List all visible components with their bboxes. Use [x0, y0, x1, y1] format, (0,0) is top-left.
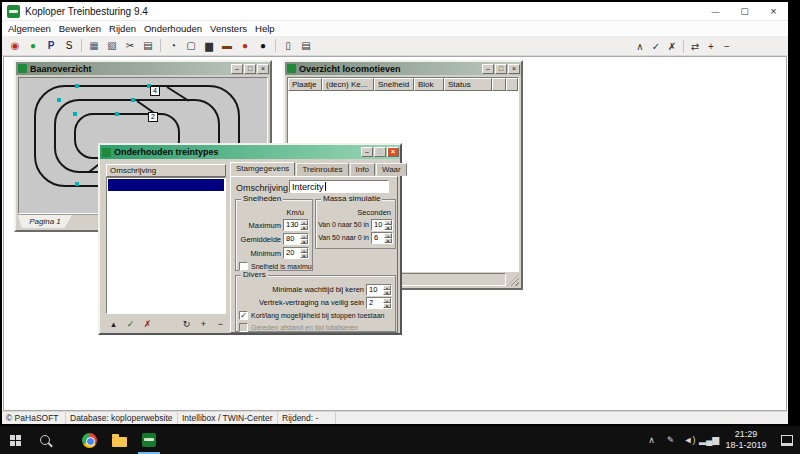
explorer-taskbar-button[interactable] [104, 426, 134, 454]
vertraging-spinner[interactable]: 2 ▴ ▾ [366, 297, 392, 309]
gemiddelde-spinner[interactable]: 80 ▴ ▾ [283, 233, 309, 245]
menu-item-rijden[interactable]: Rijden [105, 23, 140, 34]
tab-pagina-1[interactable]: Pagina 1 [18, 215, 72, 228]
list-header[interactable]: Omschrijving [106, 164, 226, 177]
network-tray-icon[interactable]: ▂▄▆ [699, 435, 718, 445]
minimize-button[interactable]: – [231, 64, 243, 74]
print-icon[interactable]: ▤ [297, 37, 315, 54]
tab-stamgegevens[interactable]: Stamgegevens [230, 162, 295, 176]
clock-icon[interactable]: ◔ [164, 37, 182, 54]
chrome-taskbar-button[interactable] [74, 426, 104, 454]
column-header-empty[interactable] [506, 78, 518, 91]
clock-time: 21:29 [718, 429, 774, 440]
nav-insert-button[interactable]: + [196, 318, 211, 331]
maximize-button[interactable]: □ [374, 147, 386, 157]
pen-tray-icon[interactable]: ✎ [661, 435, 680, 445]
tray-expand-button[interactable]: ∧ [642, 435, 661, 445]
nav-delete-button[interactable]: − [213, 318, 228, 331]
treintype-list[interactable] [106, 177, 226, 314]
wachttijd-spinner[interactable]: 10 ▴ ▾ [366, 284, 392, 296]
all-stop-icon[interactable]: ● [254, 37, 272, 54]
tab-treinroutes[interactable]: Treinroutes [296, 163, 348, 176]
search-button[interactable] [30, 426, 60, 454]
caption-buttons: — ▢ × [701, 2, 788, 20]
close-button[interactable]: × [387, 147, 399, 157]
close-button[interactable]: × [508, 64, 520, 74]
omschrijving-input[interactable]: Intercity [289, 180, 389, 193]
column-header-empty[interactable] [492, 78, 506, 91]
nav-cancel-button[interactable]: ✗ [140, 318, 155, 331]
action-center-button[interactable] [774, 426, 800, 454]
start-button[interactable] [0, 426, 30, 454]
menu-item-onderhouden[interactable]: Onderhouden [140, 23, 206, 34]
column-header-blok[interactable]: Blok [414, 78, 444, 91]
form-row: Vertrek-vertraging na veilig sein 2 ▴ ▾ [236, 296, 395, 309]
spin-down-icon[interactable]: ▾ [300, 225, 308, 230]
block-marker[interactable]: 4 [150, 86, 160, 96]
maximum-spinner[interactable]: 130 ▴ ▾ [283, 219, 309, 231]
menu-item-help[interactable]: Help [251, 23, 279, 34]
spin-down-icon[interactable]: ▾ [384, 225, 392, 230]
swap-icon[interactable]: ⇄ [687, 38, 703, 54]
add-icon[interactable]: + [703, 38, 719, 54]
kort-lang-checkbox[interactable]: ✓ Kort/lang mogelijkheid bij stoppen toe… [236, 309, 395, 321]
tab-waar[interactable]: Waar [376, 163, 407, 176]
cancel-icon[interactable]: ✗ [664, 38, 680, 54]
cut-icon[interactable]: ✂ [121, 37, 139, 54]
column-header-plaatje[interactable]: Plaatje [288, 78, 322, 91]
layout-grid-icon[interactable]: ▦ [85, 37, 103, 54]
up-icon[interactable]: ∧ [632, 38, 648, 54]
document-icon[interactable]: ▯ [279, 37, 297, 54]
column-header-status[interactable]: Status [444, 78, 492, 91]
tab-info[interactable]: Info [350, 163, 375, 176]
nav-refresh-button[interactable]: ↻ [179, 318, 194, 331]
afrem-spinner[interactable]: 6 ▴ ▾ [371, 232, 393, 244]
spin-down-icon[interactable]: ▾ [300, 253, 308, 258]
menu-item-bewerken[interactable]: Bewerken [55, 23, 105, 34]
layout-edit-icon[interactable]: ▧ [103, 37, 121, 54]
stop-icon[interactable]: S [60, 37, 78, 54]
form-row: Minimale wachttijd bij keren 10 ▴ ▾ [236, 283, 395, 296]
window-icon [287, 64, 296, 73]
optrek-spinner[interactable]: 10 ▴ ▾ [371, 219, 393, 231]
spin-down-icon[interactable]: ▾ [384, 238, 392, 243]
close-button[interactable]: × [759, 2, 788, 20]
copy-icon[interactable]: ▤ [139, 37, 157, 54]
minimize-button[interactable]: – [482, 64, 494, 74]
optrek-label: Van 0 naar 50 in [318, 221, 369, 228]
minimize-button[interactable]: – [361, 147, 373, 157]
run-icon[interactable]: ● [24, 37, 42, 54]
remove-icon[interactable]: − [719, 38, 735, 54]
wagon-icon[interactable]: ▬ [218, 37, 236, 54]
menu-item-vensters[interactable]: Vensters [206, 23, 251, 34]
menu-item-algemeen[interactable]: Algemeen [4, 23, 55, 34]
spin-down-icon[interactable]: ▾ [300, 239, 308, 244]
checkbox-label: Kort/lang mogelijkheid bij stoppen toest… [251, 312, 384, 319]
column-header-decoder[interactable]: (decn) Ke... [322, 78, 374, 91]
resize-grip[interactable] [507, 274, 519, 286]
pause-icon[interactable]: P [42, 37, 60, 54]
speaker-tray-icon[interactable]: ◄) [680, 435, 699, 445]
maximize-button[interactable]: ▢ [730, 2, 759, 20]
minimize-button[interactable]: — [701, 2, 730, 20]
koploper-taskbar-button[interactable] [134, 426, 164, 454]
column-header-snelheid[interactable]: Snelheid [374, 78, 414, 91]
monitor-icon[interactable]: ▢ [182, 37, 200, 54]
block-marker[interactable]: 2 [148, 112, 158, 122]
spinner-buttons: ▴ ▾ [383, 285, 391, 295]
emergency-stop-icon[interactable]: ● [236, 37, 254, 54]
selected-list-item[interactable] [108, 179, 224, 191]
taskbar-clock[interactable]: 21:29 18-1-2019 [718, 429, 774, 452]
confirm-icon[interactable]: ✓ [648, 38, 664, 54]
nav-post-button[interactable]: ✓ [123, 318, 138, 331]
tab-page-stamgegevens: Omschrijving Intercity Snelheden Km/u Ma… [230, 176, 398, 333]
nav-prior-button[interactable]: ▴ [106, 318, 121, 331]
locomotive-icon[interactable]: ▆ [200, 37, 218, 54]
maximize-button[interactable]: □ [244, 64, 256, 74]
spin-down-icon[interactable]: ▾ [383, 290, 391, 295]
maximize-button[interactable]: □ [495, 64, 507, 74]
close-button[interactable]: × [257, 64, 269, 74]
signals-icon[interactable]: ◉ [6, 37, 24, 54]
minimum-spinner[interactable]: 20 ▴ ▾ [283, 247, 309, 259]
spin-down-icon[interactable]: ▾ [383, 303, 391, 308]
